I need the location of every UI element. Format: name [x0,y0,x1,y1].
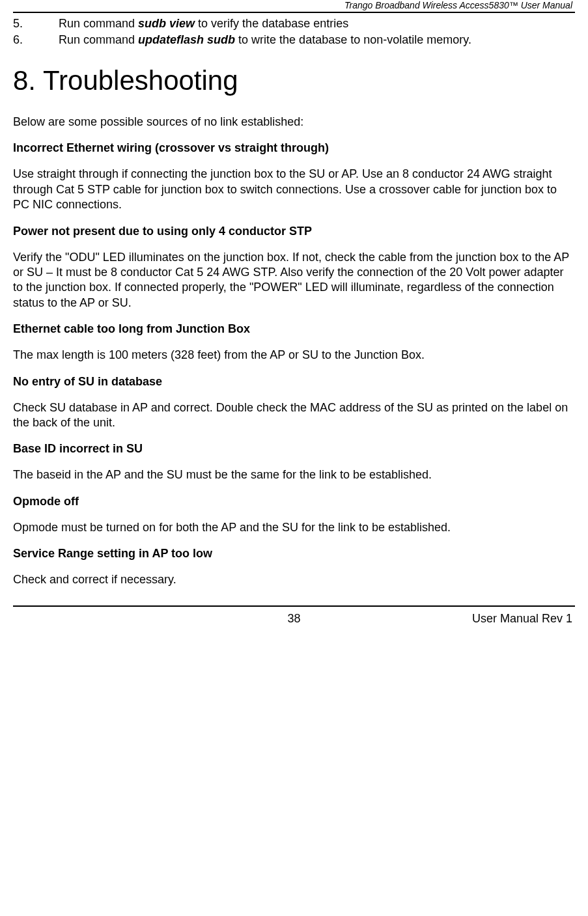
paragraph-cable-too-long: The max length is 100 meters (328 feet) … [13,348,575,363]
intro-paragraph: Below are some possible sources of no li… [13,115,575,130]
paragraph-base-id-incorrect: The baseid in the AP and the SU must be … [13,467,575,482]
paragraph-opmode-off: Opmode must be turned on for both the AP… [13,520,575,535]
footer-right-text: User Manual Rev 1 [472,612,572,626]
subheading-power-not-present: Power not present due to using only 4 co… [13,225,575,238]
page-footer: 38 User Manual Rev 1 [13,605,575,630]
subheading-cable-too-long: Ethernet cable too long from Junction Bo… [13,322,575,336]
command-text: sudb view [138,17,195,30]
list-text: Run command updateflash sudb to write th… [59,33,575,47]
text-prefix: Run command [59,17,138,30]
paragraph-service-range: Check and correct if necessary. [13,572,575,587]
page-header: Trango Broadband Wireless Access5830™ Us… [13,0,575,13]
paragraph-ethernet-wiring: Use straight through if connecting the j… [13,167,575,212]
list-number: 5. [13,17,59,31]
text-prefix: Run command [59,33,138,46]
text-suffix: to verify the database entries [195,17,348,30]
list-item-6: 6. Run command updateflash sudb to write… [13,33,575,47]
paragraph-power-not-present: Verify the "ODU" LED illuminates on the … [13,250,575,311]
subheading-service-range: Service Range setting in AP too low [13,547,575,561]
page-number: 38 [287,612,300,626]
command-text: updateflash sudb [138,33,235,46]
subheading-opmode-off: Opmode off [13,495,575,508]
list-item-5: 5. Run command sudb view to verify the d… [13,17,575,31]
subheading-ethernet-wiring: Incorrect Ethernet wiring (crossover vs … [13,141,575,155]
list-number: 6. [13,33,59,47]
chapter-heading: 8. Troubleshooting [13,65,575,96]
subheading-no-entry-su: No entry of SU in database [13,375,575,389]
subheading-base-id-incorrect: Base ID incorrect in SU [13,442,575,456]
paragraph-no-entry-su: Check SU database in AP and correct. Dou… [13,400,575,431]
text-suffix: to write the database to non-volatile me… [235,33,471,46]
list-text: Run command sudb view to verify the data… [59,17,575,31]
